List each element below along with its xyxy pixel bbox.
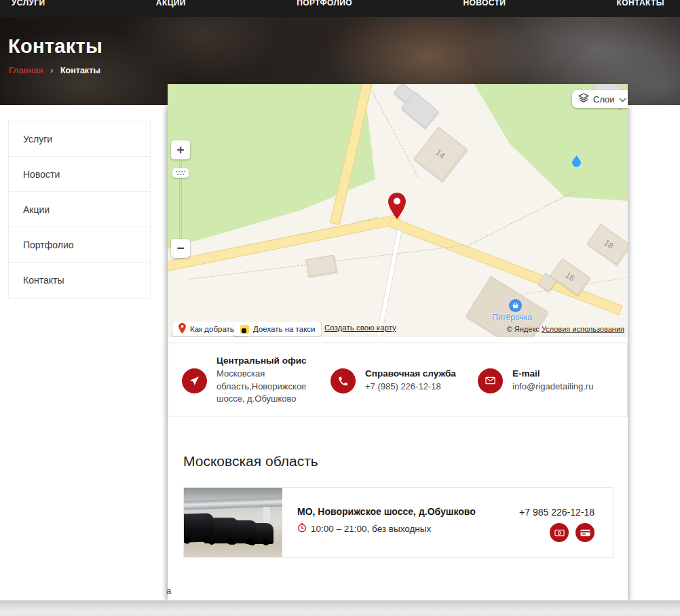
- map-path: [468, 189, 580, 246]
- building-number: 18: [603, 237, 616, 250]
- sidebar-menu: Услуги Новости Акции Портфолио Контакты: [8, 121, 151, 299]
- copyright-text: © Яндекс: [507, 325, 540, 333]
- top-navigation: УСЛУГИ АКЦИИ ПОРТФОЛИО НОВОСТИ КОНТАКТЫ: [0, 0, 680, 17]
- zoom-slider-handle[interactable]: [172, 168, 189, 178]
- breadcrumb-current: Контакты: [60, 66, 100, 75]
- layers-icon: [578, 93, 589, 105]
- email-address[interactable]: info@rigadetailing.ru: [512, 381, 593, 393]
- phone-number[interactable]: +7 (985) 226-12-18: [365, 381, 456, 393]
- water-drop-icon: [572, 155, 581, 170]
- building-number: 14: [434, 147, 447, 160]
- office-address: Московская область,Новорижское шоссе, д.…: [216, 368, 310, 406]
- sidebar-item-promos[interactable]: Акции: [9, 192, 150, 227]
- breadcrumb-separator: ›: [50, 66, 53, 75]
- payment-icons-row: [519, 523, 594, 542]
- layers-button-label: Слои: [593, 94, 615, 104]
- taxi-button[interactable]: Доехать на такси: [234, 322, 321, 336]
- nav-item-contacts[interactable]: КОНТАКТЫ: [617, 0, 664, 17]
- sidebar-item-news[interactable]: Новости: [9, 157, 150, 192]
- sidebar-item-portfolio[interactable]: Портфолио: [9, 227, 150, 263]
- stray-note: a: [166, 585, 171, 596]
- sidebar-item-services[interactable]: Услуги: [9, 121, 150, 157]
- page-bottom-shadow: [0, 600, 680, 616]
- store-label: Пятёрочка: [492, 313, 532, 322]
- nav-item-services[interactable]: УСЛУГИ: [12, 0, 45, 17]
- zoom-in-button[interactable]: +: [171, 140, 190, 159]
- envelope-icon: [478, 368, 503, 393]
- red-pin-icon: [178, 323, 186, 335]
- create-map-link[interactable]: Создать свою карту: [324, 324, 396, 332]
- region-heading: Московская область: [183, 453, 318, 469]
- garage-photo: [184, 488, 282, 557]
- hours-text: 10:00 – 21:00, без выходных: [311, 524, 431, 534]
- phone-title: Справочная служба: [365, 368, 456, 379]
- map-minor-road: [375, 229, 402, 337]
- yandex-map[interactable]: 14 18 16 Пятёрочка + −: [168, 84, 628, 337]
- photo-car: [184, 513, 214, 543]
- office-contact: Центральный офис Московская область,Ново…: [182, 343, 310, 418]
- location-address: МО, Новорижское шоссе, д.Обушково: [297, 506, 476, 517]
- map-building-18: 18: [587, 224, 628, 265]
- location-card: МО, Новорижское шоссе, д.Обушково 10:00 …: [183, 487, 614, 558]
- map-layers-button[interactable]: Слои: [572, 90, 628, 108]
- contact-info-strip: Центральный офис Московская область,Ново…: [168, 343, 628, 417]
- building-number: 16: [564, 270, 577, 283]
- map-building-14: 14: [413, 127, 467, 182]
- card-payment-icon[interactable]: [575, 523, 594, 542]
- location-phone[interactable]: +7 985 226-12-18: [519, 507, 594, 518]
- terms-of-use-link[interactable]: Условия использования: [542, 325, 624, 333]
- chevron-down-icon: [619, 94, 626, 104]
- breadcrumb: Главная › Контакты: [9, 66, 100, 75]
- taxi-button-label: Доехать на такси: [253, 325, 315, 333]
- sidebar-item-contacts[interactable]: Контакты: [9, 263, 150, 298]
- email-contact: E-mail info@rigadetailing.ru: [478, 343, 593, 418]
- map-building: [305, 255, 337, 277]
- nav-item-news[interactable]: НОВОСТИ: [463, 0, 506, 17]
- location-pin-icon[interactable]: [388, 193, 406, 222]
- email-title: E-mail: [512, 368, 593, 379]
- phone-icon: [330, 368, 356, 393]
- map-copyright: © Яндекс Условия использования: [507, 325, 624, 333]
- zoom-out-button[interactable]: −: [171, 239, 190, 258]
- page: УСЛУГИ АКЦИИ ПОРТФОЛИО НОВОСТИ КОНТАКТЫ …: [0, 0, 680, 616]
- office-title: Центральный офис: [216, 355, 310, 366]
- phone-contact: Справочная служба +7 (985) 226-12-18: [330, 343, 456, 418]
- nav-item-promos[interactable]: АКЦИИ: [156, 0, 186, 17]
- cash-payment-icon[interactable]: [550, 523, 569, 542]
- taxi-icon: [240, 325, 249, 334]
- location-hours: 10:00 – 21:00, без выходных: [297, 523, 476, 535]
- location-arrow-icon: [182, 368, 207, 393]
- main-content-panel: 14 18 16 Пятёрочка + −: [168, 105, 628, 600]
- store-basket-icon: [509, 299, 522, 312]
- page-title: Контакты: [8, 35, 102, 58]
- clock-icon: [297, 523, 307, 535]
- nav-item-portfolio[interactable]: ПОРТФОЛИО: [297, 0, 352, 17]
- breadcrumb-home-link[interactable]: Главная: [9, 66, 43, 75]
